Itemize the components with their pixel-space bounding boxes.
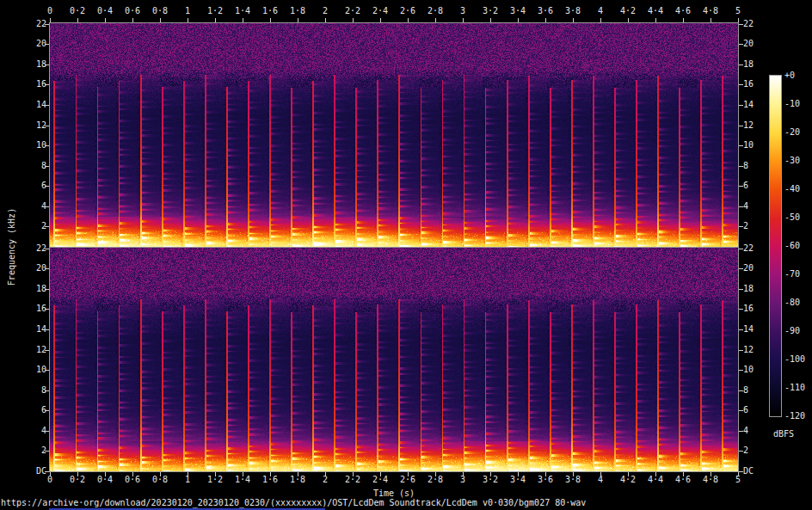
axis-tick [739, 268, 743, 269]
axis-tick [739, 289, 743, 290]
axis-tick [683, 18, 684, 22]
axis-tick [45, 289, 49, 290]
colorbar-tick-label: -80 [784, 298, 800, 308]
y-tick-label: 10 [743, 140, 754, 151]
axis-tick [710, 472, 711, 476]
colorbar-tick-label: -30 [784, 156, 800, 166]
axis-tick [739, 24, 743, 25]
x-tick-label: 2·6 [400, 6, 415, 16]
axis-tick [739, 309, 743, 310]
axis-tick [105, 472, 106, 476]
x-tick-label: 0·6 [125, 6, 140, 16]
x-tick-label: 4·2 [620, 6, 636, 16]
axis-tick [45, 309, 49, 310]
colorbar-tick-label: -110 [784, 383, 805, 393]
x-tick-label: 2·4 [372, 6, 388, 16]
colorbar-tick-label: -100 [784, 354, 805, 365]
axis-tick [77, 472, 78, 476]
x-tick-label: 0 [47, 6, 52, 16]
axis-tick [739, 84, 743, 85]
axis-tick [45, 206, 49, 207]
axis-tick [408, 472, 409, 476]
axis-tick [739, 126, 743, 126]
y-tick-label: 4 [743, 426, 748, 436]
axis-tick [739, 451, 743, 452]
axis-tick [45, 370, 49, 371]
axis-tick [215, 472, 216, 476]
axis-tick [739, 329, 743, 330]
y-tick-label: DC [743, 466, 754, 476]
spectrogram-channel-2 [50, 248, 738, 471]
axis-tick [435, 18, 436, 22]
axis-tick [132, 472, 133, 476]
axis-tick [270, 18, 271, 22]
y-tick-label: 20 [743, 39, 754, 49]
axis-tick [77, 18, 78, 22]
axis-tick [45, 431, 49, 432]
spectrogram-channel-1 [50, 23, 738, 247]
axis-tick [45, 249, 49, 249]
y-tick-label: 8 [743, 385, 748, 396]
plot-area [49, 22, 739, 472]
x-tick-label: 2·8 [428, 6, 443, 16]
axis-tick [45, 186, 49, 187]
axis-tick [739, 186, 743, 187]
colorbar-tick-label: +0 [784, 71, 795, 81]
axis-tick [45, 268, 49, 269]
axis-tick [739, 350, 743, 351]
axis-tick [132, 18, 133, 22]
colorbar-unit-label: dBFS [773, 429, 794, 439]
colorbar-tick-label: -120 [784, 411, 805, 421]
y-tick-label: 14 [743, 100, 754, 110]
axis-tick [45, 350, 49, 351]
axis-tick [463, 18, 464, 22]
x-tick-label: 1 [185, 6, 190, 16]
axis-tick [490, 472, 491, 476]
axis-tick [739, 105, 743, 106]
axis-tick [573, 472, 574, 476]
axis-tick [243, 472, 243, 476]
x-tick-label: 1·2 [207, 6, 223, 16]
axis-tick [739, 431, 743, 432]
axis-tick [45, 390, 49, 391]
axis-tick [45, 65, 49, 65]
axis-tick [435, 472, 436, 476]
axis-tick [243, 18, 243, 22]
colorbar-tick-label: -50 [784, 212, 800, 223]
axis-tick [50, 18, 51, 22]
x-tick-label: 3·4 [510, 6, 526, 16]
axis-tick [463, 472, 464, 476]
axis-tick [325, 18, 326, 22]
axis-tick [188, 18, 188, 22]
x-tick-label: 4·4 [648, 6, 663, 16]
axis-tick [739, 166, 743, 167]
axis-tick [45, 410, 49, 411]
y-tick-label: 14 [743, 324, 754, 335]
axis-tick [628, 472, 629, 476]
x-tick-label: 0·8 [152, 6, 168, 16]
colorbar-tick-label: -70 [784, 269, 800, 280]
x-tick-label: 1·6 [262, 6, 278, 16]
axis-tick [45, 126, 49, 126]
axis-tick [188, 472, 188, 476]
colorbar-tick-label: -60 [784, 241, 800, 251]
colorbar-tick-label: -40 [784, 184, 800, 194]
axis-tick [380, 18, 381, 22]
axis-tick [45, 451, 49, 452]
axis-tick [710, 18, 711, 22]
axis-tick [573, 18, 574, 22]
axis-tick [600, 472, 601, 476]
y-tick-label: 22 [743, 243, 754, 254]
axis-tick [45, 166, 49, 167]
axis-tick [518, 472, 519, 476]
axis-tick [683, 472, 684, 476]
y-tick-label: 6 [743, 181, 748, 191]
axis-tick [45, 145, 49, 146]
axis-tick [739, 370, 743, 371]
axis-tick [105, 18, 106, 22]
axis-tick [45, 226, 49, 227]
x-tick-label: 4·8 [703, 6, 718, 16]
axis-tick [380, 472, 381, 476]
axis-tick [490, 18, 491, 22]
axis-tick [45, 44, 49, 45]
